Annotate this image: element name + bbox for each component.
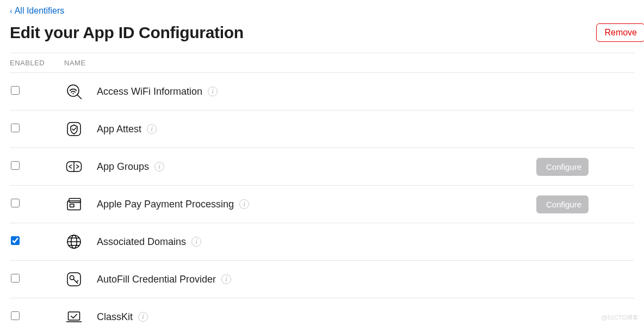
capability-name: Apple Pay Payment Processing xyxy=(97,199,234,210)
info-icon[interactable]: i xyxy=(239,199,249,209)
capability-enabled-checkbox[interactable] xyxy=(11,124,20,132)
col-name: NAME xyxy=(64,59,634,67)
capability-enabled-checkbox[interactable] xyxy=(11,199,20,207)
table-row: App GroupsiConfigure xyxy=(10,148,634,186)
header: Edit your App ID Configuration Remove xyxy=(10,23,634,42)
info-icon[interactable]: i xyxy=(221,274,231,284)
capability-name: App Attest xyxy=(97,124,141,135)
back-link[interactable]: ‹ All Identifiers xyxy=(10,6,64,16)
configure-button[interactable]: Configure xyxy=(536,195,589,213)
app-groups-icon xyxy=(64,157,97,176)
info-icon[interactable]: i xyxy=(154,162,164,171)
key-icon xyxy=(64,269,97,289)
svg-line-1 xyxy=(77,95,82,99)
classkit-icon xyxy=(64,307,97,325)
capability-name: App Groups xyxy=(97,161,149,173)
capability-enabled-checkbox[interactable] xyxy=(11,274,20,283)
watermark: @51CTO博客 xyxy=(602,314,639,322)
wifi-search-icon xyxy=(64,82,97,101)
chevron-left-icon: ‹ xyxy=(10,7,13,15)
table-row: Associated Domainsi xyxy=(10,223,634,261)
info-icon[interactable]: i xyxy=(191,237,201,247)
back-link-label: All Identifiers xyxy=(15,6,65,16)
table-row: Apple Pay Payment ProcessingiConfigure xyxy=(10,186,634,223)
svg-rect-8 xyxy=(70,204,75,207)
svg-point-2 xyxy=(72,93,73,94)
table-row: App Attesti xyxy=(10,111,634,148)
table-header: ENABLED NAME xyxy=(10,53,634,73)
svg-rect-16 xyxy=(69,312,80,320)
capability-name: Associated Domains xyxy=(97,236,186,248)
info-icon[interactable]: i xyxy=(147,124,157,134)
table-row: Access WiFi Informationi xyxy=(10,73,634,111)
info-icon[interactable]: i xyxy=(138,312,148,322)
col-enabled: ENABLED xyxy=(10,59,64,67)
apple-pay-icon xyxy=(64,194,97,214)
capability-name: ClassKit xyxy=(97,311,133,323)
remove-button[interactable]: Remove xyxy=(596,23,644,42)
capability-name: Access WiFi Information xyxy=(97,86,202,97)
info-icon[interactable]: i xyxy=(208,87,218,96)
capabilities-table: ENABLED NAME Access WiFi InformationiApp… xyxy=(10,53,634,325)
capability-enabled-checkbox[interactable] xyxy=(11,161,20,170)
attest-icon xyxy=(64,119,97,139)
capability-enabled-checkbox[interactable] xyxy=(11,311,20,320)
table-row: ClassKiti xyxy=(10,298,634,325)
globe-icon xyxy=(64,232,97,252)
table-row: AutoFill Credential Provideri xyxy=(10,261,634,298)
capability-name: AutoFill Credential Provider xyxy=(97,274,216,285)
capability-enabled-checkbox[interactable] xyxy=(11,236,20,245)
svg-line-15 xyxy=(77,280,78,282)
capability-enabled-checkbox[interactable] xyxy=(11,86,20,95)
configure-button[interactable]: Configure xyxy=(536,158,589,176)
page-title: Edit your App ID Configuration xyxy=(10,23,244,42)
